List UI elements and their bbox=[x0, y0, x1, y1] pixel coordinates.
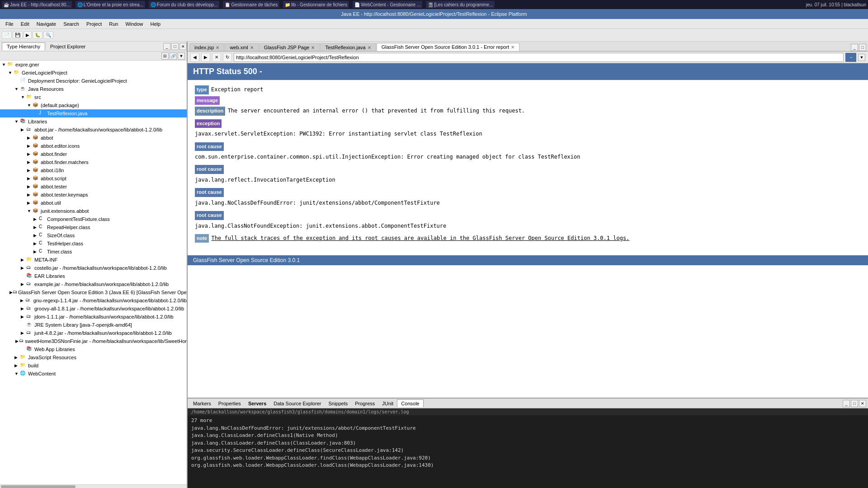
menu-help[interactable]: Help bbox=[147, 20, 165, 28]
tab-close-icon[interactable]: ✕ bbox=[216, 45, 219, 50]
bottom-min-btn[interactable]: _ bbox=[843, 400, 850, 407]
tab-junit[interactable]: JUnit bbox=[378, 400, 397, 407]
tree-item[interactable]: ▶CSizeOf.class bbox=[0, 231, 187, 239]
toolbar-save[interactable]: 💾 bbox=[13, 31, 23, 39]
tab-console[interactable]: Console bbox=[397, 399, 423, 407]
tab-snippets[interactable]: Snippets bbox=[325, 400, 351, 407]
link-editor-btn[interactable]: 🔗 bbox=[170, 52, 177, 60]
tab-testreflexion[interactable]: TestReflexion.java ✕ bbox=[320, 43, 376, 51]
tree-item[interactable]: ▼📁expre.gner bbox=[0, 61, 187, 69]
tab-close-icon[interactable]: ✕ bbox=[368, 45, 371, 50]
tree-item[interactable]: ☕JRE System Library [java-7-openjdk-amd6… bbox=[0, 321, 187, 329]
tab-close-icon[interactable]: ✕ bbox=[311, 45, 315, 50]
tree-item[interactable]: ▶📁JavaScript Resources bbox=[0, 353, 187, 361]
tree-item[interactable]: ▶📦abbot.script bbox=[0, 174, 187, 183]
taskbar-webcontent[interactable]: 📄 WebContent - Gestionnaire ... bbox=[353, 1, 422, 8]
tree-node-label: Web App Libraries bbox=[34, 347, 75, 352]
tree-item[interactable]: ▶CTimer.class bbox=[0, 248, 187, 256]
tree-item[interactable]: ▶🗂abbot.jar - /home/blackallsun/workspac… bbox=[0, 126, 187, 134]
menu-file[interactable]: File bbox=[2, 20, 17, 28]
taskbar-browser-2[interactable]: 🌐 Forum du club des développ... bbox=[149, 1, 220, 8]
refresh-button[interactable]: ↻ bbox=[223, 53, 232, 62]
menu-navigate[interactable]: Navigate bbox=[33, 20, 60, 28]
tree-item[interactable]: ▶🗂example.jar - /home/blackallsun/worksp… bbox=[0, 280, 187, 288]
tree-item[interactable]: ▶📦abbot.tester.keymaps bbox=[0, 191, 187, 199]
bottom-max-btn[interactable]: □ bbox=[851, 400, 858, 407]
menu-run[interactable]: Run bbox=[105, 20, 122, 28]
tab-progress[interactable]: Progress bbox=[351, 400, 378, 407]
menu-search[interactable]: Search bbox=[60, 20, 83, 28]
tree-item[interactable]: ▼📁src bbox=[0, 93, 187, 101]
tab-close-icon[interactable]: ✕ bbox=[250, 45, 254, 50]
tab-data-source[interactable]: Data Source Explorer bbox=[270, 400, 325, 407]
tab-servers[interactable]: Servers bbox=[245, 400, 270, 407]
tree-node-label: expre.gner bbox=[15, 62, 39, 67]
tree-item[interactable]: ▶📁META-INF bbox=[0, 256, 187, 264]
go-button[interactable]: → bbox=[845, 53, 856, 62]
tree-item[interactable]: ▶📦abbot.util bbox=[0, 199, 187, 207]
tree-item[interactable]: ▶🗂costello.jar - /home/blackallsun/works… bbox=[0, 264, 187, 272]
tree-item[interactable]: 📚EAR Libraries bbox=[0, 272, 187, 280]
minimize-btn[interactable]: _ bbox=[163, 43, 170, 50]
tree-item[interactable]: ▶📦abbot.i18n bbox=[0, 166, 187, 174]
collapse-all-btn[interactable]: ⊟ bbox=[161, 52, 169, 60]
tab-index-jsp[interactable]: index.jsp ✕ bbox=[189, 43, 224, 51]
tree-item[interactable]: ▶🗂jdom-1.1.1.jar - /home/blackallsun/wor… bbox=[0, 313, 187, 321]
taskbar-cahiers[interactable]: 📓 [Les cahiers du programme... bbox=[426, 1, 495, 8]
tree-item[interactable]: ▶📁build bbox=[0, 361, 187, 370]
bottom-close-btn[interactable]: ✕ bbox=[859, 400, 866, 407]
tree-item[interactable]: ▼📁GenieLogicielProject bbox=[0, 69, 187, 77]
tree-item[interactable]: ▶🗂junit-4.8.2.jar - /home/blackallsun/wo… bbox=[0, 329, 187, 337]
menu-edit[interactable]: Edit bbox=[17, 20, 33, 28]
stop-button[interactable]: ✕ bbox=[212, 53, 221, 62]
taskbar-files[interactable]: 📁 lib - Gestionnaire de fichiers bbox=[283, 1, 349, 8]
tab-project-explorer[interactable]: Project Explorer bbox=[45, 42, 90, 50]
tree-item[interactable]: ▶CRepeatHelper.class bbox=[0, 223, 187, 231]
tab-type-hierarchy[interactable]: Type Hierarchy bbox=[2, 42, 45, 50]
tree-item[interactable]: 📚Web App Libraries bbox=[0, 345, 187, 353]
tree-item[interactable]: ▶CComponentTestFixture.class bbox=[0, 215, 187, 223]
tab-glassfish-jsp[interactable]: GlassFish JSP Page ✕ bbox=[259, 43, 320, 51]
tree-item[interactable]: ▼📚Libraries bbox=[0, 117, 187, 126]
url-input[interactable] bbox=[234, 53, 844, 62]
close-panel-btn[interactable]: ✕ bbox=[179, 43, 187, 50]
tree-item[interactable]: ▶🗂gnu-regexp-1.1.4.jar - /home/blackalls… bbox=[0, 296, 187, 305]
toolbar-debug[interactable]: 🐛 bbox=[33, 31, 42, 39]
tree-item[interactable]: ▶🗂sweetHome3DSNonFinie.jar - /home/black… bbox=[0, 337, 187, 345]
editor-max-btn[interactable]: □ bbox=[859, 44, 866, 51]
taskbar-tasks[interactable]: 📋 Gestionnaire de tâches bbox=[223, 1, 279, 8]
tree-item[interactable]: ▶📦abbot.finder.matchers bbox=[0, 158, 187, 166]
tree-item[interactable]: ▶📦abbot.tester bbox=[0, 183, 187, 191]
forward-button[interactable]: ▶ bbox=[201, 53, 210, 62]
menu-window[interactable]: Window bbox=[122, 20, 146, 28]
editor-min-btn[interactable]: _ bbox=[851, 44, 858, 51]
maximize-btn[interactable]: □ bbox=[171, 43, 179, 50]
tree-item[interactable]: ▼📦(default package) bbox=[0, 101, 187, 109]
tree-item[interactable]: JTestReflexion.java bbox=[0, 109, 187, 117]
tree-item[interactable]: ▼🌐WebContent bbox=[0, 370, 187, 378]
tab-error-report[interactable]: GlassFish Server Open Source Edition 3.0… bbox=[377, 43, 519, 51]
tab-markers[interactable]: Markers bbox=[189, 400, 215, 407]
browser-menu-btn[interactable]: ▼ bbox=[858, 54, 865, 61]
tree-item[interactable]: ▶📦abbot.finder bbox=[0, 150, 187, 158]
tab-properties[interactable]: Properties bbox=[215, 400, 245, 407]
tree-item[interactable]: ▼☕Java Resources bbox=[0, 85, 187, 93]
back-button[interactable]: ◀ bbox=[190, 53, 199, 62]
tab-close-icon[interactable]: ✕ bbox=[511, 45, 514, 50]
toolbar-search[interactable]: 🔍 bbox=[43, 31, 53, 39]
tree-arrow-icon: ▶ bbox=[33, 233, 39, 238]
tree-item[interactable]: ▶📦abbot bbox=[0, 134, 187, 142]
tree-item[interactable]: ▶🗂GlassFish Server Open Source Edition 3… bbox=[0, 288, 187, 296]
tree-item[interactable]: ▼📦junit.extensions.abbot bbox=[0, 207, 187, 215]
tree-item[interactable]: ▶CTestHelper.class bbox=[0, 239, 187, 248]
menu-project[interactable]: Project bbox=[83, 20, 105, 28]
tree-item[interactable]: ▶📦abbot.editor.icons bbox=[0, 142, 187, 150]
taskbar-browser-1[interactable]: 🌐 L'Ombre et la proie en strea... bbox=[75, 1, 145, 8]
tree-item[interactable]: ▶🗂groovy-all-1.8.1.jar - /home/blackalls… bbox=[0, 305, 187, 313]
toolbar-new[interactable]: 📄 bbox=[2, 31, 12, 39]
tree-item[interactable]: 📄Deployment Descriptor: GenieLogicielPro… bbox=[0, 77, 187, 85]
tab-web-xml[interactable]: web.xml ✕ bbox=[225, 43, 258, 51]
taskbar-java-item[interactable]: ☕ Java EE - http://localhost:80... bbox=[2, 1, 72, 8]
view-menu-btn[interactable]: ▼ bbox=[178, 52, 185, 60]
toolbar-run[interactable]: ▶ bbox=[24, 31, 32, 39]
